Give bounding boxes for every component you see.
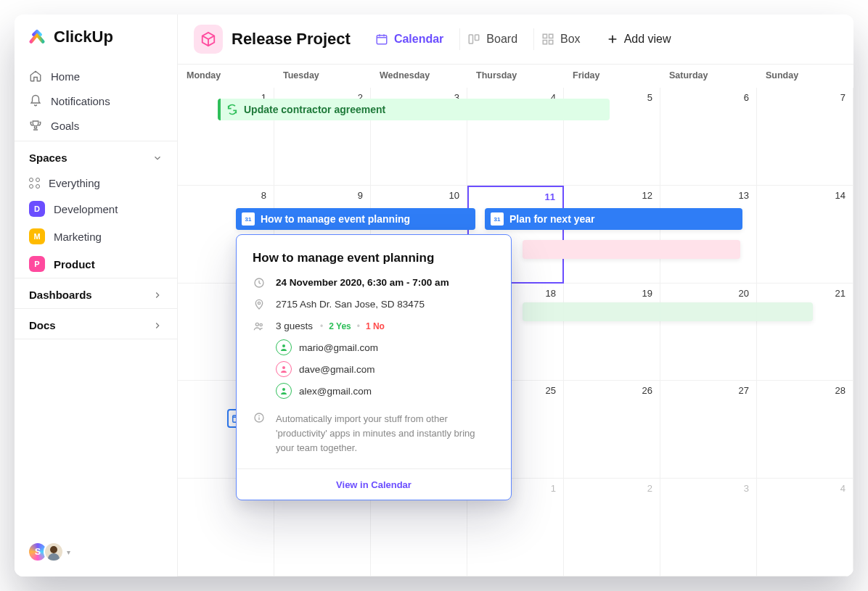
- space-development-label: Development: [54, 203, 118, 215]
- view-in-calendar-link[interactable]: View in Calendar: [336, 479, 412, 490]
- event-contractor[interactable]: Update contractor agreement: [218, 99, 610, 120]
- svg-rect-17: [258, 417, 259, 420]
- svg-point-12: [282, 344, 285, 347]
- add-view-label: Add view: [624, 33, 671, 46]
- view-board-label: Board: [486, 33, 517, 46]
- user-switcher[interactable]: S ▾: [15, 532, 177, 576]
- popup-address: 2715 Ash Dr. San Jose, SD 83475: [276, 299, 425, 310]
- calendar-cell[interactable]: 2: [564, 479, 660, 576]
- primary-nav: Home Notifications Goals: [15, 61, 177, 141]
- event-manage[interactable]: 31 How to manage event planning: [236, 208, 475, 230]
- nav-home-label: Home: [51, 70, 80, 83]
- popup-guest[interactable]: alex@gmail.com: [253, 380, 495, 402]
- svg-point-11: [260, 323, 262, 326]
- clickup-logo-icon: [28, 28, 46, 46]
- nav-notifications-label: Notifications: [51, 95, 110, 107]
- calendar-cell[interactable]: 6: [660, 88, 757, 186]
- bell-icon: [29, 94, 42, 107]
- avatar-teammate: [44, 542, 64, 562]
- day-header: Monday: [178, 65, 274, 88]
- recurring-icon: [226, 104, 238, 115]
- brand-name: ClickUp: [54, 28, 113, 46]
- location-icon: [253, 299, 266, 310]
- calendar-cell[interactable]: 28: [757, 381, 853, 479]
- view-board[interactable]: Board: [459, 28, 525, 50]
- day-header: Wednesday: [371, 65, 467, 88]
- nav-home[interactable]: Home: [15, 64, 177, 88]
- nav-goals[interactable]: Goals: [15, 113, 177, 138]
- svg-rect-0: [377, 36, 387, 44]
- svg-point-16: [258, 416, 260, 417]
- person-icon: [276, 339, 292, 355]
- space-everything[interactable]: Everything: [15, 171, 177, 195]
- guest-email: mario@gmail.com: [299, 342, 378, 353]
- calendar-cell[interactable]: 27: [660, 381, 757, 479]
- event-manage-label: How to manage event planning: [261, 213, 410, 225]
- calendar-cell[interactable]: 13: [660, 186, 757, 284]
- day-header: Friday: [564, 65, 660, 88]
- section-spaces[interactable]: Spaces: [15, 141, 177, 171]
- chevron-right-icon: [152, 321, 163, 331]
- popup-datetime-row: 24 November 2020, 6:30 am - 7:00 am: [253, 277, 495, 289]
- guest-email: dave@gmail.com: [299, 364, 375, 375]
- add-view-button[interactable]: Add view: [597, 33, 671, 46]
- view-calendar[interactable]: Calendar: [368, 28, 451, 50]
- svg-rect-3: [543, 34, 546, 38]
- space-product-label: Product: [54, 258, 95, 270]
- popup-guest[interactable]: dave@gmail.com: [253, 358, 495, 380]
- svg-rect-6: [549, 41, 553, 44]
- space-marketing[interactable]: M Marketing: [15, 223, 177, 250]
- event-nextyear-label: Plan for next year: [509, 213, 595, 225]
- view-box-label: Box: [560, 33, 581, 46]
- topbar: Release Project Calendar Board Box Add v…: [178, 15, 853, 65]
- calendar-grid: Monday Tuesday Wednesday Thursday Friday…: [178, 65, 853, 576]
- chevron-right-icon: [152, 290, 163, 300]
- calendar-badge-icon: 31: [242, 212, 255, 226]
- popup-footer: View in Calendar: [237, 468, 511, 500]
- svg-rect-4: [549, 34, 553, 38]
- app-window: ClickUp Home Notifications Goals Spaces …: [15, 15, 853, 576]
- project-title: Release Project: [232, 30, 351, 49]
- chevron-down-icon: [152, 153, 163, 163]
- calendar-cell[interactable]: 12: [564, 186, 660, 284]
- popup-guest[interactable]: mario@gmail.com: [253, 336, 495, 358]
- popup-description: Automatically import your stuff from oth…: [276, 412, 495, 455]
- space-product[interactable]: P Product: [15, 250, 177, 278]
- person-icon: [276, 383, 292, 399]
- event-green-bar[interactable]: [523, 302, 813, 321]
- home-icon: [29, 70, 42, 83]
- calendar-cell[interactable]: 19: [564, 284, 660, 381]
- nav-notifications[interactable]: Notifications: [15, 88, 177, 113]
- space-development[interactable]: D Development: [15, 195, 177, 223]
- trophy-icon: [29, 119, 42, 132]
- space-marketing-badge: M: [29, 228, 45, 244]
- calendar-cell[interactable]: 4: [757, 479, 853, 576]
- space-development-badge: D: [29, 201, 45, 217]
- sidebar: ClickUp Home Notifications Goals Spaces …: [15, 15, 178, 576]
- calendar-cell[interactable]: 26: [564, 381, 660, 479]
- main-area: Release Project Calendar Board Box Add v…: [178, 15, 853, 576]
- section-docs[interactable]: Docs: [15, 308, 177, 339]
- calendar-cell[interactable]: 3: [660, 479, 757, 576]
- nav-goals-label: Goals: [51, 120, 79, 132]
- popup-guests-row: 3 guests •2 Yes •1 No: [253, 321, 495, 332]
- person-icon: [276, 361, 292, 377]
- calendar-cell[interactable]: 14: [757, 186, 853, 284]
- svg-point-10: [255, 323, 258, 326]
- calendar-cell[interactable]: 7: [757, 88, 853, 186]
- view-box[interactable]: Box: [533, 28, 588, 50]
- calendar-cell[interactable]: 21: [757, 284, 853, 381]
- event-pink-bar[interactable]: [523, 240, 740, 259]
- logo[interactable]: ClickUp: [15, 15, 177, 61]
- day-header: Thursday: [467, 65, 564, 88]
- guest-email: alex@gmail.com: [299, 386, 372, 397]
- event-popup: How to manage event planning 24 November…: [236, 234, 512, 500]
- popup-address-row: 2715 Ash Dr. San Jose, SD 83475: [253, 299, 495, 310]
- section-dashboards[interactable]: Dashboards: [15, 278, 177, 308]
- info-icon: [253, 412, 266, 455]
- day-header: Tuesday: [274, 65, 371, 88]
- space-everything-label: Everything: [49, 177, 100, 189]
- event-nextyear[interactable]: 31 Plan for next year: [485, 208, 742, 230]
- event-contractor-label: Update contractor agreement: [244, 104, 385, 115]
- calendar-cell[interactable]: 20: [660, 284, 757, 381]
